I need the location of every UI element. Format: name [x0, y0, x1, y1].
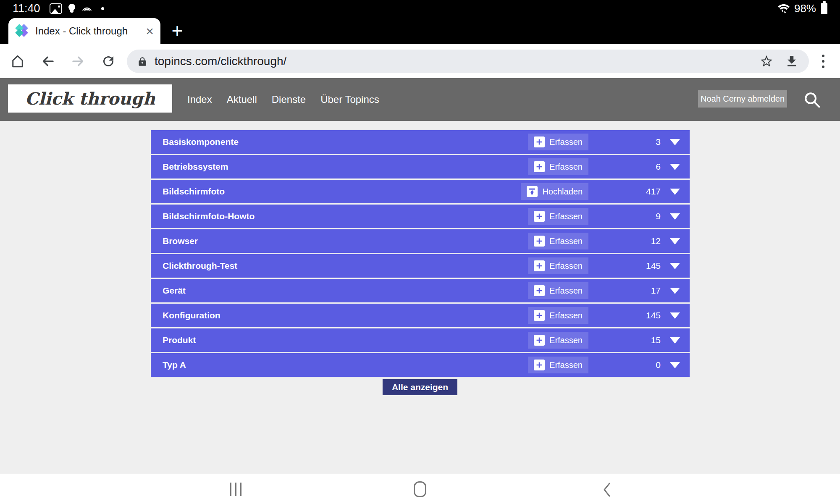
category-label[interactable]: Bildschirmfoto — [163, 186, 521, 197]
category-label[interactable]: Typ A — [163, 360, 528, 370]
dropdown-arrow-icon[interactable] — [670, 238, 680, 244]
lightbulb-icon — [68, 4, 75, 10]
dropdown-arrow-icon[interactable] — [670, 337, 680, 344]
dropdown-arrow-icon[interactable] — [670, 288, 680, 294]
back-icon[interactable] — [33, 44, 63, 78]
category-row: Betriebssystem Erfassen 6 — [151, 155, 690, 178]
count-badge: 17 — [588, 286, 661, 296]
action-label: Erfassen — [549, 137, 583, 147]
notification-dot — [101, 7, 104, 10]
wifi-icon — [777, 2, 790, 15]
action-button[interactable]: Erfassen — [528, 282, 588, 299]
action-button[interactable]: Erfassen — [528, 134, 588, 150]
dropdown-arrow-icon[interactable] — [670, 362, 680, 368]
category-list: Basiskomponente Erfassen 3 Betriebssyste… — [151, 130, 690, 378]
dropdown-arrow-icon[interactable] — [670, 213, 680, 220]
category-label[interactable]: Konfiguration — [163, 310, 528, 320]
download-icon[interactable] — [785, 54, 799, 68]
bookmark-star-icon[interactable] — [759, 54, 774, 68]
category-row: Produkt Erfassen 15 — [151, 328, 690, 352]
url-bar[interactable]: topincs.com/clickthrough/ — [127, 50, 809, 73]
action-label: Hochladen — [542, 187, 583, 197]
browser-tab[interactable]: Index - Click through × — [8, 18, 160, 44]
action-button[interactable]: Erfassen — [528, 332, 588, 349]
action-button[interactable]: Erfassen — [528, 357, 588, 373]
category-label[interactable]: Bildschirmfoto-Howto — [163, 211, 528, 221]
dropdown-arrow-icon[interactable] — [670, 164, 680, 170]
back-nav-icon[interactable] — [602, 482, 612, 499]
action-label: Erfassen — [549, 236, 583, 246]
category-row: Typ A Erfassen 0 — [151, 353, 690, 377]
action-button[interactable]: Erfassen — [528, 233, 588, 249]
count-badge: 145 — [588, 261, 661, 271]
plus-icon — [534, 211, 545, 222]
count-badge: 6 — [588, 162, 661, 172]
home-icon[interactable] — [3, 44, 33, 78]
logout-button[interactable]: Noah Cerny abmelden — [698, 90, 787, 108]
action-button[interactable]: Erfassen — [528, 208, 588, 225]
action-label: Erfassen — [549, 311, 583, 320]
category-label[interactable]: Clickthrough-Test — [163, 261, 528, 271]
new-tab-button[interactable]: + — [169, 18, 186, 44]
lock-icon — [137, 56, 148, 67]
plus-icon — [534, 161, 545, 172]
site-logo[interactable]: Click through — [8, 84, 172, 113]
action-label: Erfassen — [549, 162, 583, 172]
count-badge: 15 — [588, 335, 661, 345]
category-row: Konfiguration Erfassen 145 — [151, 304, 690, 327]
category-row: Basiskomponente Erfassen 3 — [151, 130, 690, 154]
count-badge: 9 — [588, 211, 661, 221]
category-row: Clickthrough-Test Erfassen 145 — [151, 254, 690, 278]
gallery-icon — [50, 3, 62, 14]
battery-icon — [821, 3, 827, 14]
dropdown-arrow-icon[interactable] — [670, 139, 680, 145]
dropdown-arrow-icon[interactable] — [670, 312, 680, 319]
action-label: Erfassen — [549, 286, 583, 296]
nav-item-ueber-topincs[interactable]: Über Topincs — [320, 94, 379, 105]
home-nav-icon[interactable] — [414, 481, 426, 497]
count-badge: 12 — [588, 236, 661, 246]
action-button[interactable]: Hochladen — [521, 183, 588, 200]
page-content: Basiskomponente Erfassen 3 Betriebssyste… — [0, 121, 840, 474]
site-favicon — [15, 24, 29, 38]
close-tab-icon[interactable]: × — [146, 24, 154, 38]
logo-text: Click through — [25, 89, 155, 108]
category-label[interactable]: Browser — [163, 236, 528, 246]
dropdown-arrow-icon[interactable] — [670, 263, 680, 269]
recents-icon[interactable] — [230, 483, 242, 496]
action-label: Erfassen — [549, 261, 583, 271]
show-all-button[interactable]: Alle anzeigen — [383, 379, 457, 395]
category-row: Bildschirmfoto-Howto Erfassen 9 — [151, 205, 690, 228]
category-label[interactable]: Basiskomponente — [163, 137, 528, 147]
nav-item-index[interactable]: Index — [187, 94, 212, 105]
site-header: Click through Index Aktuell Dienste Über… — [0, 78, 840, 121]
plus-icon — [534, 136, 545, 147]
android-nav-bar — [0, 474, 840, 504]
clock: 11:40 — [13, 2, 40, 15]
action-label: Erfassen — [549, 336, 583, 345]
category-label[interactable]: Betriebssystem — [163, 162, 528, 172]
action-button[interactable]: Erfassen — [528, 257, 588, 274]
reload-icon[interactable] — [93, 44, 123, 78]
tab-strip: Index - Click through × + — [0, 17, 840, 44]
plus-icon — [534, 310, 545, 321]
count-badge: 0 — [588, 360, 661, 370]
plus-icon — [534, 260, 545, 271]
forward-icon[interactable] — [63, 44, 93, 78]
search-icon[interactable] — [801, 89, 822, 110]
nav-item-dienste[interactable]: Dienste — [272, 94, 306, 105]
category-label[interactable]: Produkt — [163, 335, 528, 345]
nav-item-aktuell[interactable]: Aktuell — [227, 94, 257, 105]
url-text[interactable]: topincs.com/clickthrough/ — [155, 55, 748, 68]
notification-icons — [50, 3, 104, 14]
action-button[interactable]: Erfassen — [528, 307, 588, 324]
category-label[interactable]: Gerät — [163, 286, 528, 296]
plus-icon — [534, 285, 545, 296]
upload-icon — [527, 186, 538, 197]
browser-menu-icon[interactable] — [814, 44, 832, 78]
dropdown-arrow-icon[interactable] — [670, 189, 680, 195]
action-button[interactable]: Erfassen — [528, 158, 588, 175]
audible-icon — [81, 3, 92, 14]
count-badge: 145 — [588, 310, 661, 320]
status-bar: 11:40 98% — [0, 0, 840, 17]
